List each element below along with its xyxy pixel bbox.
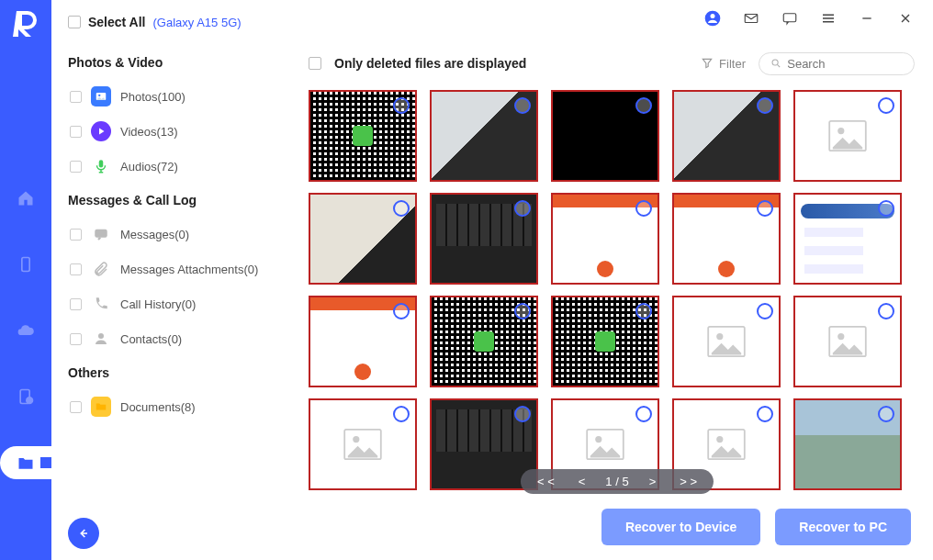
select-circle[interactable]: [635, 97, 652, 114]
nav-home[interactable]: [9, 182, 42, 215]
main-panel: Only deleted files are displayed Filter …: [301, 0, 933, 560]
select-circle[interactable]: [514, 200, 531, 217]
nav-phone[interactable]: [9, 248, 42, 281]
sidebar-item-messages[interactable]: Messages(0): [68, 217, 285, 252]
nav-recover[interactable]: [9, 380, 42, 413]
close-icon[interactable]: [896, 9, 915, 28]
minimize-icon[interactable]: [858, 9, 876, 28]
svg-point-8: [772, 60, 778, 65]
select-circle[interactable]: [757, 97, 773, 114]
message-icon: [91, 224, 111, 244]
nav-cloud[interactable]: [9, 314, 42, 347]
select-circle[interactable]: [393, 406, 410, 422]
pager-next[interactable]: >: [646, 475, 660, 488]
pager-first[interactable]: < <: [534, 475, 558, 488]
sidebar-item-videos[interactable]: Videos(13): [68, 114, 285, 149]
select-circle[interactable]: [635, 406, 652, 422]
only-deleted-label: Only deleted files are displayed: [334, 56, 526, 71]
section-photos-video-title: Photos & Video: [68, 55, 285, 70]
thumbnail[interactable]: [551, 90, 659, 182]
svg-point-10: [837, 128, 844, 134]
back-button[interactable]: [68, 518, 99, 549]
select-all-checkbox[interactable]: [68, 16, 81, 28]
checkbox[interactable]: [70, 126, 82, 138]
sidebar-item-label: Contacts(0): [120, 332, 182, 346]
filter-button[interactable]: Filter: [701, 57, 746, 71]
thumbnail[interactable]: [430, 193, 538, 285]
checkbox[interactable]: [70, 333, 82, 345]
thumbnail[interactable]: [551, 193, 659, 285]
select-circle[interactable]: [393, 200, 410, 217]
thumbnail[interactable]: [430, 90, 538, 182]
thumbnail[interactable]: [309, 296, 417, 387]
select-circle[interactable]: [878, 97, 894, 114]
thumbnail[interactable]: [672, 90, 781, 182]
select-circle[interactable]: [757, 406, 773, 422]
svg-point-18: [595, 436, 601, 442]
sidebar-item-audios[interactable]: Audios(72): [68, 149, 285, 184]
checkbox[interactable]: [70, 229, 82, 241]
select-circle[interactable]: [878, 303, 894, 319]
recover-to-device-button[interactable]: Recover to Device: [601, 509, 760, 545]
select-circle[interactable]: [878, 406, 894, 422]
sidebar-item-label: Call History(0): [120, 297, 196, 311]
thumbnail[interactable]: [430, 296, 538, 387]
checkbox[interactable]: [70, 401, 82, 413]
device-name: (Galaxy A15 5G): [153, 16, 242, 29]
checkbox[interactable]: [70, 161, 82, 173]
thumbnail[interactable]: [309, 193, 417, 285]
checkbox[interactable]: [70, 298, 82, 310]
svg-point-7: [98, 333, 104, 339]
nav-files[interactable]: [0, 446, 51, 479]
pager-prev[interactable]: <: [575, 475, 590, 488]
select-circle[interactable]: [514, 303, 531, 319]
sidebar-item-label: Audios(72): [120, 160, 178, 174]
svg-rect-24: [783, 14, 796, 22]
svg-point-4: [98, 95, 100, 96]
pager-last[interactable]: > >: [676, 475, 701, 488]
select-circle[interactable]: [757, 303, 773, 319]
thumbnail[interactable]: [672, 193, 781, 285]
sidebar-item-documents[interactable]: Documents(8): [68, 389, 285, 424]
sidebar-item-label: Documents(8): [120, 400, 196, 414]
thumbnail[interactable]: [309, 90, 417, 182]
select-all-row[interactable]: Select All (Galaxy A15 5G): [68, 15, 285, 29]
select-circle[interactable]: [393, 303, 410, 319]
select-circle[interactable]: [514, 97, 531, 114]
svg-rect-6: [95, 230, 107, 238]
thumbnail[interactable]: [309, 398, 417, 490]
checkbox[interactable]: [70, 263, 82, 275]
search-box[interactable]: [759, 52, 915, 75]
user-icon[interactable]: [703, 9, 722, 28]
svg-point-2: [27, 398, 33, 404]
svg-point-20: [716, 436, 723, 442]
select-circle[interactable]: [635, 200, 652, 217]
select-circle[interactable]: [393, 97, 410, 114]
search-input[interactable]: [787, 57, 903, 71]
sidebar-item-contacts[interactable]: Contacts(0): [68, 321, 285, 356]
checkbox[interactable]: [70, 91, 82, 103]
sidebar-item-label: Photos(100): [120, 90, 185, 104]
thumbnail[interactable]: [793, 398, 902, 490]
sidebar-item-attachments[interactable]: Messages Attachments(0): [68, 252, 285, 286]
thumbnail[interactable]: [793, 193, 902, 285]
sidebar-item-callhistory[interactable]: Call History(0): [68, 286, 285, 321]
thumbnail[interactable]: [672, 296, 781, 387]
play-icon: [91, 121, 111, 141]
menu-icon[interactable]: [819, 9, 837, 28]
select-circle[interactable]: [635, 303, 652, 319]
chat-icon[interactable]: [781, 9, 799, 28]
select-circle[interactable]: [878, 200, 894, 217]
thumbnail[interactable]: [793, 90, 902, 182]
attachment-icon: [91, 259, 111, 279]
select-circle[interactable]: [757, 200, 773, 217]
thumbnail[interactable]: [551, 296, 659, 387]
only-deleted-checkbox[interactable]: [309, 57, 321, 70]
sidebar-item-photos[interactable]: Photos(100): [68, 79, 285, 114]
thumbnail[interactable]: [793, 296, 902, 387]
phone-icon: [91, 294, 111, 314]
svg-point-22: [711, 14, 715, 18]
recover-to-pc-button[interactable]: Recover to PC: [775, 509, 911, 545]
mail-icon[interactable]: [742, 9, 760, 28]
select-circle[interactable]: [514, 406, 531, 422]
